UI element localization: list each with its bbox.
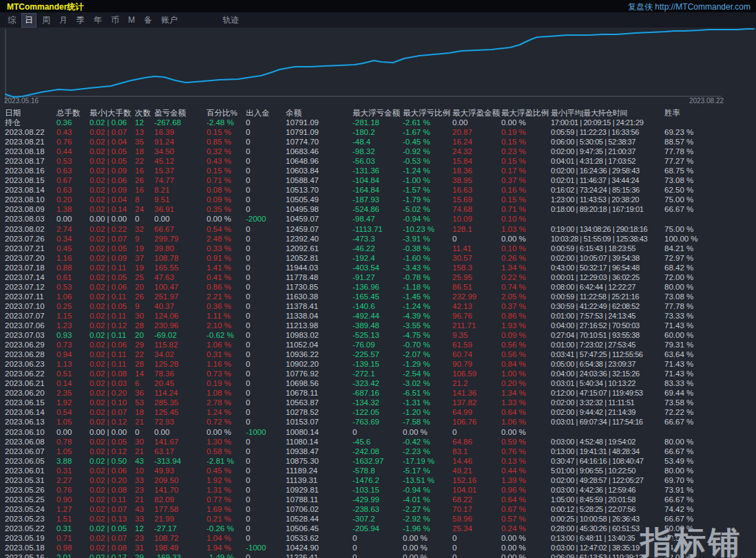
cell-9: -0.38 % bbox=[403, 244, 452, 253]
tab-日[interactable]: 日 bbox=[21, 13, 36, 28]
cell-3: 21 bbox=[135, 495, 154, 504]
table-row[interactable]: 2023.08.022.740.02 | 0.223266.670.54 %01… bbox=[0, 224, 756, 234]
table-row[interactable]: 2023.06.231.130.02 | 0.1128125.281.16 %0… bbox=[0, 359, 756, 369]
table-row[interactable]: 2023.08.160.630.02 | 0.091615.370.15 %01… bbox=[0, 166, 756, 175]
brand-link[interactable]: 复盘侠 http://MTCommander.com bbox=[628, 1, 750, 13]
cell-13: 80.00 % bbox=[664, 282, 756, 292]
cell-5: 1.69 % bbox=[207, 504, 246, 514]
cell-9: -2.92 % bbox=[403, 514, 452, 524]
table-row[interactable]: 2023.07.100.250.02 | 0.05940.370.36 %011… bbox=[0, 301, 756, 311]
table-row[interactable]: 2023.08.180.440.02 | 0.051834.500.32 %01… bbox=[0, 147, 756, 156]
cell-3: 8 bbox=[135, 195, 154, 204]
tab-账户[interactable]: 账户 bbox=[158, 13, 181, 28]
cell-0: 2023.05.22 bbox=[5, 524, 56, 533]
tab-周[interactable]: 周 bbox=[39, 13, 54, 28]
table-row[interactable]: 2023.07.260.340.02 | 0.079299.792.48 %01… bbox=[0, 234, 756, 244]
tab-综[interactable]: 综 bbox=[4, 13, 19, 28]
cell-3: 0 bbox=[135, 427, 154, 437]
cell-13: 73.08 % bbox=[664, 292, 756, 301]
cell-4: 91.24 bbox=[154, 137, 207, 147]
table-row[interactable]: 2023.06.151.920.02 | 0.1053285.352.78 %0… bbox=[0, 398, 756, 407]
table-row[interactable]: 2023.07.180.880.02 | 0.1119165.551.41 %0… bbox=[0, 263, 756, 272]
cell-2: 0.02 | 0.05 bbox=[90, 301, 135, 311]
table-row[interactable]: 2023.07.201.160.02 | 0.0937108.780.91 %0… bbox=[0, 253, 756, 263]
table-row[interactable]: 2023.08.210.760.02 | 0.043591.240.85 %01… bbox=[0, 137, 756, 147]
tab-M[interactable]: M bbox=[125, 14, 138, 26]
cell-5: 2.10 % bbox=[207, 321, 246, 330]
cell-8: 0 bbox=[353, 427, 403, 437]
table-row[interactable]: 2023.07.030.930.02 | 0.1120-69.02-0.62 %… bbox=[0, 330, 756, 340]
tab-年[interactable]: 年 bbox=[90, 13, 105, 28]
table-row[interactable]: 2023.08.100.200.02 | 0.0489.510.09 %0105… bbox=[0, 195, 756, 204]
table-row[interactable]: 2023.05.260.760.02 | 0.0823141.701.31 %0… bbox=[0, 485, 756, 495]
tab-季[interactable]: 季 bbox=[73, 13, 88, 28]
cell-10: 25.95 bbox=[452, 272, 501, 282]
table-row[interactable]: 2023.06.210.140.02 | 0.03620.450.19 %010… bbox=[0, 378, 756, 388]
table-row[interactable]: 2023.08.140.630.02 | 0.09168.210.08 %010… bbox=[0, 185, 756, 195]
cell-8: -1113.71 bbox=[353, 224, 403, 234]
cell-3: 21 bbox=[135, 417, 154, 427]
table-row[interactable]: 2023.06.053.880.02 | 0.5043-313.94-2.81 … bbox=[0, 456, 756, 466]
cell-12: 0:02:00 | 10:05:07 | 39:54:38 bbox=[551, 253, 664, 263]
cell-3: 22 bbox=[135, 350, 154, 359]
cell-4: 0.00 bbox=[154, 214, 207, 224]
column-header-9: 最大浮亏比例 bbox=[403, 108, 452, 118]
cell-5: 0.72 % bbox=[207, 417, 246, 427]
cell-0: 2023.05.24 bbox=[5, 504, 56, 514]
table-row[interactable]: 2023.06.280.940.02 | 0.112234.020.31 %01… bbox=[0, 350, 756, 359]
table-row[interactable]: 2023.08.220.430.02 | 0.071316.390.15 %01… bbox=[0, 127, 756, 137]
cell-1: 0.53 bbox=[56, 156, 90, 166]
cell-4: 40.37 bbox=[154, 301, 207, 311]
table-row[interactable]: 2023.06.220.510.02 | 0.081478.360.73 %01… bbox=[0, 369, 756, 378]
tab-轨迹[interactable]: 轨迹 bbox=[219, 13, 242, 28]
tab-备[interactable]: 备 bbox=[140, 13, 156, 28]
cell-13: 72.97 % bbox=[664, 253, 756, 263]
table-row[interactable]: 2023.07.120.530.02 | 0.0620100.470.86 %0… bbox=[0, 282, 756, 292]
table-row[interactable]: 2023.05.241.270.02 | 0.0743177.581.69 %0… bbox=[0, 504, 756, 514]
cell-0: 2023.07.11 bbox=[5, 292, 56, 301]
cell-12: 0:43:00 | 50:32:17 | 96:54:48 bbox=[551, 263, 664, 272]
table-row[interactable]: 2023.08.170.530.02 | 0.052245.120.43 %01… bbox=[0, 156, 756, 166]
cell-0: 2023.05.31 bbox=[5, 475, 56, 485]
table-row[interactable]: 2023.06.202.350.02 | 0.2036114.241.08 %0… bbox=[0, 388, 756, 398]
cell-9: -7.58 % bbox=[403, 417, 452, 427]
cell-11: 0.96 % bbox=[501, 485, 551, 495]
table-row[interactable]: 2023.06.071.050.02 | 0.122163.170.58 %01… bbox=[0, 447, 756, 456]
table-row[interactable]: 2023.06.290.730.02 | 0.0629115.821.06 %0… bbox=[0, 340, 756, 350]
cell-4: 72.93 bbox=[154, 417, 207, 427]
table-row[interactable]: 2023.06.100.000.00 | 0.0000.000.00 %-100… bbox=[0, 427, 756, 437]
tab-月[interactable]: 月 bbox=[56, 13, 71, 28]
table-row[interactable]: 2023.06.080.780.02 | 0.0530141.671.30 %0… bbox=[0, 437, 756, 447]
table-row[interactable]: 2023.05.312.270.02 | 0.2033209.501.92 %0… bbox=[0, 475, 756, 485]
table-row[interactable]: 2023.06.131.050.02 | 0.122172.930.72 %01… bbox=[0, 417, 756, 427]
table-row[interactable]: 2023.07.061.230.02 | 0.1228230.962.10 %0… bbox=[0, 321, 756, 330]
cell-0: 2023.05.16 bbox=[5, 552, 56, 558]
cell-1: 0.31 bbox=[56, 466, 90, 475]
table-row[interactable]: 2023.07.210.450.02 | 0.051939.800.33 %01… bbox=[0, 244, 756, 253]
cell-7: 10603.84 bbox=[286, 166, 353, 175]
cell-10: 0.00 bbox=[452, 118, 501, 127]
table-body: 持仓0.360.02 | 0.0612-267.68-2.48 %010791.… bbox=[0, 118, 756, 558]
table-row[interactable]: 2023.06.010.310.02 | 0.061049.930.45 %01… bbox=[0, 466, 756, 475]
cell-3: 31 bbox=[135, 543, 154, 552]
cell-13: 73.58 % bbox=[664, 398, 756, 407]
cell-13: 68.42 % bbox=[664, 263, 756, 272]
cell-0: 2023.07.14 bbox=[5, 272, 56, 282]
cell-7: 10938.47 bbox=[286, 447, 353, 456]
table-row[interactable]: 持仓0.360.02 | 0.0612-267.68-2.48 %010791.… bbox=[0, 118, 756, 127]
table-row[interactable]: 2023.05.250.900.02 | 0.112182.090.77 %01… bbox=[0, 495, 756, 504]
cell-13: 80.00 % bbox=[664, 437, 756, 447]
table-row[interactable]: 2023.06.140.540.02 | 0.0718125.451.24 %0… bbox=[0, 407, 756, 417]
cell-4: 209.50 bbox=[154, 475, 207, 485]
cell-13: 69.44 % bbox=[664, 388, 756, 398]
table-row[interactable]: 2023.08.030.000.00 | 0.0000.000.00 %-200… bbox=[0, 214, 756, 224]
cell-2: 0.02 | 0.11 bbox=[90, 330, 135, 340]
cell-9: -1.60 % bbox=[403, 253, 452, 263]
table-row[interactable]: 2023.07.071.150.02 | 0.1130124.061.11 %0… bbox=[0, 311, 756, 321]
tab-币[interactable]: 币 bbox=[107, 13, 123, 28]
table-row[interactable]: 2023.08.091.380.02 | 0.142436.910.35 %01… bbox=[0, 204, 756, 214]
table-row[interactable]: 2023.08.150.670.02 | 0.062674.770.71 %01… bbox=[0, 175, 756, 185]
cell-9: -1.18 % bbox=[403, 282, 452, 292]
table-row[interactable]: 2023.07.111.060.02 | 0.1126251.972.21 %0… bbox=[0, 292, 756, 301]
table-row[interactable]: 2023.07.140.610.02 | 0.052547.630.41 %01… bbox=[0, 272, 756, 282]
